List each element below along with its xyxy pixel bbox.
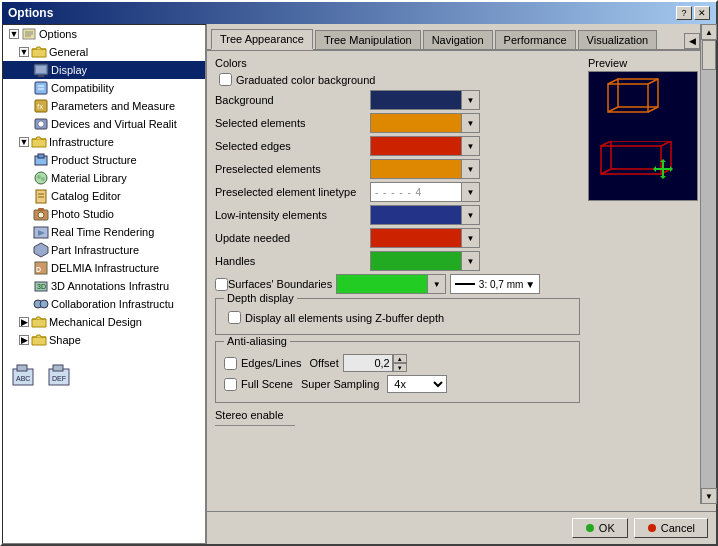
tree-item-part[interactable]: Part Infrastructure (3, 241, 205, 259)
dropdown-arrow-selected[interactable]: ▼ (461, 114, 479, 132)
tree-panel[interactable]: ▼ Options ▼ General (2, 24, 207, 544)
color-swatch-selected-elements[interactable]: ▼ (370, 113, 480, 133)
color-row-update: Update needed ▼ (215, 228, 580, 248)
help-button[interactable]: ? (676, 6, 692, 20)
expand-icon-general[interactable]: ▼ (19, 47, 29, 57)
line-thickness-label: 3: 0,7 mm (479, 279, 523, 290)
dropdown-arrow-thickness: ▼ (525, 279, 535, 290)
tree-item-material[interactable]: Material Library (3, 169, 205, 187)
tree-item-3d[interactable]: 3D 3D Annotations Infrastru (3, 277, 205, 295)
tree-item-catalog[interactable]: Catalog Editor (3, 187, 205, 205)
close-button[interactable]: ✕ (694, 6, 710, 20)
color-label-preselected: Preselected elements (215, 163, 370, 175)
scroll-thumb[interactable] (702, 51, 716, 70)
tree-item-mechanical[interactable]: ▶ Mechanical Design (3, 313, 205, 331)
svg-marker-27 (34, 243, 48, 257)
mechanical-folder-icon (31, 314, 47, 330)
tree-item-infrastructure[interactable]: ▼ Infrastructure (3, 133, 205, 151)
offset-input[interactable] (343, 354, 393, 372)
tree-item-compatibility[interactable]: Compatibility (3, 79, 205, 97)
line-thickness-btn[interactable]: 3: 0,7 mm ▼ (450, 274, 540, 294)
expand-icon-mechanical[interactable]: ▶ (19, 317, 29, 327)
tab-nav-left[interactable]: ◀ (684, 33, 700, 49)
dropdown-arrow-preselected[interactable]: ▼ (461, 160, 479, 178)
depth-display-checkbox[interactable] (228, 311, 241, 324)
tree-label-mechanical: Mechanical Design (49, 316, 142, 328)
tab-tree-appearance[interactable]: Tree Appearance (211, 29, 313, 50)
ok-label: OK (599, 522, 615, 534)
material-icon (33, 170, 49, 186)
dropdown-arrow-background[interactable]: ▼ (461, 91, 479, 109)
tree-item-realtime[interactable]: Real Time Rendering (3, 223, 205, 241)
scroll-down-btn[interactable]: ▼ (701, 488, 716, 504)
svg-text:DEF: DEF (52, 375, 66, 382)
color-label-low-intensity: Low-intensity elements (215, 209, 370, 221)
preview-top-box (593, 76, 693, 136)
svg-point-16 (35, 172, 47, 184)
dropdown-arrow-edges[interactable]: ▼ (461, 137, 479, 155)
vertical-scrollbar[interactable]: ▲ ▼ (700, 51, 716, 504)
tree-item-product[interactable]: Product Structure (3, 151, 205, 169)
color-label-background: Background (215, 94, 370, 106)
dropdown-arrow-surfaces[interactable]: ▼ (427, 275, 445, 293)
tab-visualization[interactable]: Visualization (578, 30, 658, 49)
svg-rect-15 (38, 154, 44, 158)
preview-label: Preview (588, 57, 708, 69)
color-swatch-surfaces[interactable]: ▼ (336, 274, 446, 294)
3d-icon: 3D (33, 278, 49, 294)
color-swatch-update[interactable]: ▼ (370, 228, 480, 248)
ok-button[interactable]: OK (572, 518, 628, 538)
preview-box (588, 71, 698, 201)
edges-lines-checkbox[interactable] (224, 357, 237, 370)
tree-item-delmia[interactable]: D DELMIA Infrastructure (3, 259, 205, 277)
dropdown-arrow-linetype[interactable]: ▼ (461, 183, 479, 201)
tree-label-realtime: Real Time Rendering (51, 226, 154, 238)
bottom-bar: OK Cancel (207, 511, 716, 544)
svg-text:ABC: ABC (16, 375, 30, 382)
colors-section: Colors Graduated color background Backgr… (215, 57, 580, 294)
offset-up[interactable]: ▲ (393, 354, 407, 363)
tab-tree-manipulation[interactable]: Tree Manipulation (315, 30, 421, 49)
tree-item-photo[interactable]: Photo Studio (3, 205, 205, 223)
cancel-button[interactable]: Cancel (634, 518, 708, 538)
surfaces-boundaries-checkbox[interactable] (215, 278, 228, 291)
stereo-section: Stereo enable (215, 409, 580, 426)
svg-point-13 (38, 121, 44, 127)
tree-item-display[interactable]: Display (3, 61, 205, 79)
color-label-linetype: Preselected element linetype (215, 186, 370, 198)
super-sampling-select[interactable]: 4x 2x 8x (387, 375, 447, 393)
color-swatch-handles[interactable]: ▼ (370, 251, 480, 271)
stereo-separator (215, 425, 295, 426)
linetype-btn[interactable]: - - - - - 4 ▼ (370, 182, 480, 202)
tab-navigation[interactable]: Navigation (423, 30, 493, 49)
offset-spinbox[interactable]: ▲ ▼ (393, 354, 407, 372)
tree-item-params[interactable]: fx Parameters and Measure (3, 97, 205, 115)
graduated-bg-checkbox[interactable] (219, 73, 232, 86)
color-swatch-preselected[interactable]: ▼ (370, 159, 480, 179)
tree-item-shape[interactable]: ▶ Shape (3, 331, 205, 349)
offset-down[interactable]: ▼ (393, 363, 407, 372)
dropdown-arrow-handles[interactable]: ▼ (461, 252, 479, 270)
color-row-linetype: Preselected element linetype - - - - - 4… (215, 182, 580, 202)
dropdown-arrow-low[interactable]: ▼ (461, 206, 479, 224)
full-scene-checkbox[interactable] (224, 378, 237, 391)
expand-icon-shape[interactable]: ▶ (19, 335, 29, 345)
expand-icon-infrastructure[interactable]: ▼ (19, 137, 29, 147)
color-swatch-low-intensity[interactable]: ▼ (370, 205, 480, 225)
options-icon (21, 26, 37, 42)
product-icon (33, 152, 49, 168)
svg-point-17 (37, 175, 41, 179)
tab-performance[interactable]: Performance (495, 30, 576, 49)
tree-item-options[interactable]: ▼ Options (3, 25, 205, 43)
color-swatch-selected-edges[interactable]: ▼ (370, 136, 480, 156)
svg-rect-6 (38, 75, 44, 77)
edges-lines-label: Edges/Lines (241, 357, 302, 369)
dropdown-arrow-update[interactable]: ▼ (461, 229, 479, 247)
tree-item-collab[interactable]: Collaboration Infrastructu (3, 295, 205, 313)
tree-item-devices[interactable]: Devices and Virtual Realit (3, 115, 205, 133)
display-icon (33, 62, 49, 78)
color-swatch-background[interactable]: ▼ (370, 90, 480, 110)
shape-folder-icon (31, 332, 47, 348)
expand-icon-options[interactable]: ▼ (9, 29, 19, 39)
tree-item-general[interactable]: ▼ General (3, 43, 205, 61)
